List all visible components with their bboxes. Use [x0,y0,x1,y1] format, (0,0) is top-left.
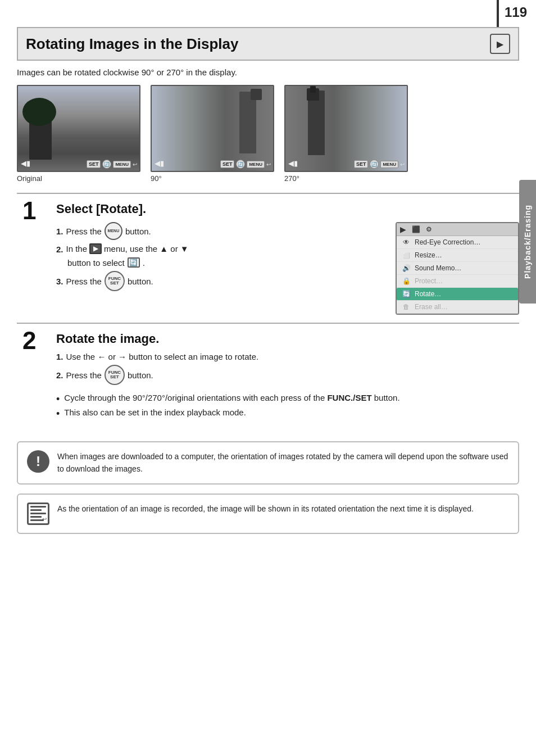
page-number: 119 [505,4,527,20]
step-1-sub1-num: 1. [56,227,63,236]
label-270: 270° [284,174,299,183]
step-2-sub1-num: 1. [56,352,63,361]
preview-270: 🔄 Rotate SET 🔄 MENU ↩ ◀▮ [284,85,408,172]
bullet-list: • Cycle through the 90°/270°/original or… [56,393,519,419]
step-2-sub1-text: Use the ← or → button to select an image… [66,352,259,361]
menu-tab-3: ⚙ [426,225,432,233]
step-1-sub1-text2: button. [125,227,151,236]
menu-tab-2: ⬛ [412,225,420,233]
step-1-content: Select [Rotate]. 1. Press the MENU butto… [51,202,519,315]
step-2-sub1: 1. Use the ← or → button to select an im… [56,352,519,361]
step-2-sub2-text: Press the [66,370,102,380]
images-row: 🔄 Rotate SET 🔄 MENU ↩ ◀▮ Original [17,85,519,183]
step-2-sub2-text2: button. [128,370,153,380]
step-2-number: 2 [17,328,51,422]
image-270: 🔄 Rotate SET 🔄 MENU ↩ ◀▮ 270° [284,85,408,183]
caution-icon: ! [27,450,49,473]
bullet-dot-2: • [56,409,60,419]
func-set-icon-2: FUNCSET [105,365,125,385]
step-1-number: 1 [17,198,51,315]
step-1-sub1: 1. Press the MENU button. [56,222,375,240]
bullet-1-text: Cycle through the 90°/270°/original orie… [64,393,399,402]
step-1-sub3-text: Press the [66,277,102,286]
menu-erase-label: Erase all… [415,303,448,311]
bullet-2-text: This also can be set in the index playba… [64,408,246,417]
label-90: 90° [151,174,162,183]
menu-item-sound: 🔊 Sound Memo… [397,262,518,275]
menu-sound-label: Sound Memo… [415,264,461,272]
preview-original: 🔄 Rotate SET 🔄 MENU ↩ ◀▮ [17,85,140,172]
bullet-2: • This also can be set in the index play… [56,408,519,419]
step-1-sub2-num: 2. [56,245,63,254]
step-1-sub2: 2. In the ▶ menu, use the ▲ or ▼ [56,243,375,254]
info-text: As the orientation of an image is record… [57,503,474,515]
step-1-sub2-cont: button to select 🔄 . [56,257,375,268]
note-info: ↩ As the orientation of an image is reco… [17,494,519,534]
step-1-title: Select [Rotate]. [56,202,519,216]
menu-screenshot: ▶ ⬛ ⚙ 👁 Red-Eye Correction… ⬜ Resize… [396,222,519,315]
menu-protect-label: Protect… [415,277,443,285]
step-2-sub2-num: 2. [56,370,63,380]
step-1-sub3-text2: button. [128,277,153,286]
step-1-instructions: 1. Press the MENU button. 2. [56,222,375,315]
menu-redeye-label: Red-Eye Correction… [415,238,480,246]
note-caution: ! When images are downloaded to a comput… [17,441,519,485]
playback-menu-icon: ▶ [89,243,102,254]
func-set-icon-1: FUNCSET [105,271,125,291]
step-2-block: 2 Rotate the image. 1. Use the ← or → bu… [17,323,519,430]
menu-tab-playback: ▶ [400,225,406,234]
menu-item-erase: 🗑 Erase all… [397,301,518,314]
step-2-title: Rotate the image. [56,332,519,346]
menu-item-rotate: 🔄 Rotate… [397,288,518,301]
info-icon: ↩ [27,503,49,525]
step-1-sub1-text: Press the [66,227,102,236]
label-original: Original [17,174,42,183]
subtitle: Images can be rotated clockwise 90° or 2… [17,67,519,77]
image-original: 🔄 Rotate SET 🔄 MENU ↩ ◀▮ Original [17,85,140,183]
page-title: Rotating Images in the Display [26,35,239,53]
step-1-sub2-text: In the ▶ menu, use the ▲ or ▼ [66,243,189,254]
playback-icon: ▶ [497,39,503,49]
menu-item-protect: 🔒 Protect… [397,275,518,288]
menu-button-icon: MENU [105,222,122,240]
step-1-block: 1 Select [Rotate]. 1. Press the MENU [17,193,519,323]
preview-90: 🔄 Rotate SET 🔄 MENU ↩ ◀▮ [151,85,274,172]
menu-rotate-label: Rotate… [415,290,441,298]
sidebar-tab: Playback/Erasing [519,180,536,304]
step-1-sub3-num: 3. [56,277,63,286]
step-2-content: Rotate the image. 1. Use the ← or → butt… [51,332,519,422]
image-90: 🔄 Rotate SET 🔄 MENU ↩ ◀▮ 90° [151,85,274,183]
step-2-sub2: 2. Press the FUNCSET button. [56,365,519,385]
menu-top-bar: ▶ ⬛ ⚙ [397,223,518,236]
steps-area: 1 Select [Rotate]. 1. Press the MENU [17,193,519,430]
menu-item-resize: ⬜ Resize… [397,249,518,262]
caution-text: When images are downloaded to a computer… [57,450,509,476]
bullet-1: • Cycle through the 90°/270°/original or… [56,393,519,404]
step-1-sub3: 3. Press the FUNCSET button. [56,271,375,291]
sidebar-tab-label: Playback/Erasing [523,205,532,279]
rotate-icon-inline: 🔄 [128,257,140,268]
bullet-dot-1: • [56,394,60,404]
menu-resize-label: Resize… [415,251,442,259]
menu-item-redeye: 👁 Red-Eye Correction… [397,236,518,249]
playback-icon-box: ▶ [490,34,510,54]
